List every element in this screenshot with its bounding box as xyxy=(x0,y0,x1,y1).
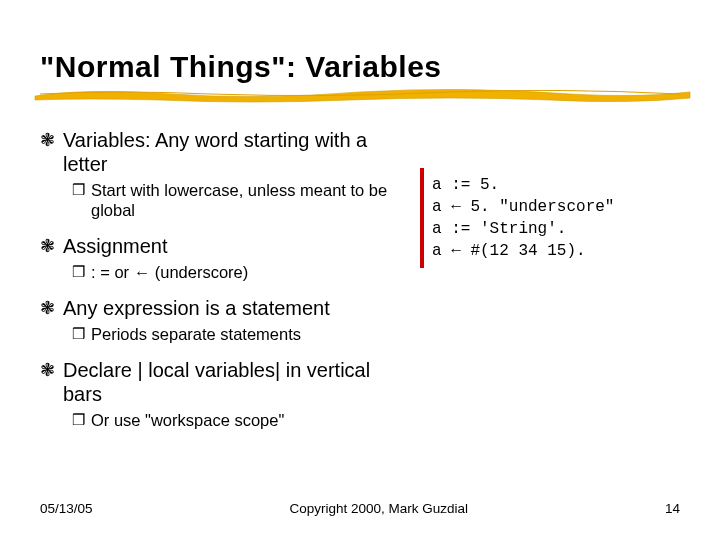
code-column: a := 5. a ← 5. "underscore" a := 'String… xyxy=(420,128,680,444)
bullet-level1: ❃Variables: Any word starting with a let… xyxy=(40,128,400,176)
bullet-l2-icon: ❒ xyxy=(72,324,85,344)
title-underline xyxy=(40,88,680,100)
bullet-text: Or use "workspace scope" xyxy=(91,410,284,430)
bullet-l1-icon: ❃ xyxy=(40,128,55,152)
bullet-text: Variables: Any word starting with a lett… xyxy=(63,128,400,176)
bullet-level2: ❒Or use "workspace scope" xyxy=(72,410,400,430)
bullet-l1-icon: ❃ xyxy=(40,296,55,320)
bullet-level2: ❒: = or ← (underscore) xyxy=(72,262,400,282)
title-wrap: "Normal Things": Variables xyxy=(40,50,680,84)
bullet-level2: ❒Periods separate statements xyxy=(72,324,400,344)
bullet-text: Assignment xyxy=(63,234,168,258)
content-area: ❃Variables: Any word starting with a let… xyxy=(40,128,680,444)
footer: 05/13/05 Copyright 2000, Mark Guzdial 14 xyxy=(40,501,680,516)
bullet-l1-icon: ❃ xyxy=(40,358,55,382)
bullet-l1-icon: ❃ xyxy=(40,234,55,258)
bullet-level2: ❒Start with lowercase, unless meant to b… xyxy=(72,180,400,220)
footer-date: 05/13/05 xyxy=(40,501,93,516)
slide: "Normal Things": Variables ❃Variables: A… xyxy=(0,0,720,540)
footer-page-number: 14 xyxy=(665,501,680,516)
bullet-l2-icon: ❒ xyxy=(72,180,85,200)
footer-copyright: Copyright 2000, Mark Guzdial xyxy=(289,501,468,516)
bullet-text: Periods separate statements xyxy=(91,324,301,344)
bullet-column: ❃Variables: Any word starting with a let… xyxy=(40,128,400,444)
bullet-text: Start with lowercase, unless meant to be… xyxy=(91,180,400,220)
slide-title: "Normal Things": Variables xyxy=(40,50,680,84)
bullet-l2-icon: ❒ xyxy=(72,262,85,282)
bullet-text: : = or ← (underscore) xyxy=(91,262,248,282)
brush-underline-icon xyxy=(30,82,720,106)
bullet-level1: ❃Declare | local variables| in vertical … xyxy=(40,358,400,406)
bullet-level1: ❃Assignment xyxy=(40,234,400,258)
bullet-text: Declare | local variables| in vertical b… xyxy=(63,358,400,406)
bullet-level1: ❃Any expression is a statement xyxy=(40,296,400,320)
bullet-l2-icon: ❒ xyxy=(72,410,85,430)
bullet-text: Any expression is a statement xyxy=(63,296,330,320)
code-example: a := 5. a ← 5. "underscore" a := 'String… xyxy=(420,168,680,268)
